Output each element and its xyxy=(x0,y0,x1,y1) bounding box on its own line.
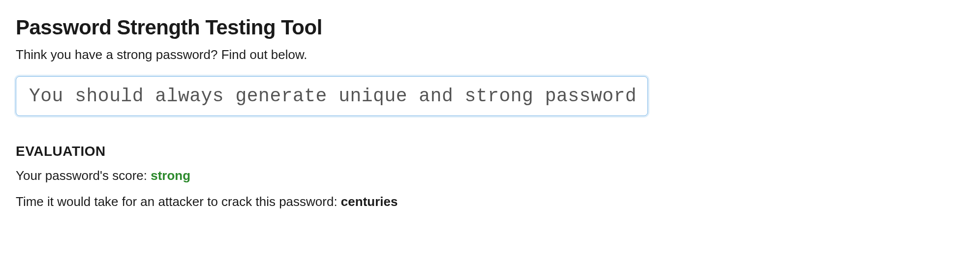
crack-time-value: centuries xyxy=(341,194,398,209)
score-line: Your password's score: strong xyxy=(16,168,964,183)
page-title: Password Strength Testing Tool xyxy=(16,16,964,39)
page-subtitle: Think you have a strong password? Find o… xyxy=(16,47,964,62)
score-value: strong xyxy=(151,168,190,183)
evaluation-heading: EVALUATION xyxy=(16,144,964,159)
evaluation-section: EVALUATION Your password's score: strong… xyxy=(16,144,964,209)
crack-time-line: Time it would take for an attacker to cr… xyxy=(16,194,964,209)
password-input[interactable] xyxy=(16,76,648,116)
crack-time-label: Time it would take for an attacker to cr… xyxy=(16,194,341,209)
score-label: Your password's score: xyxy=(16,168,151,183)
